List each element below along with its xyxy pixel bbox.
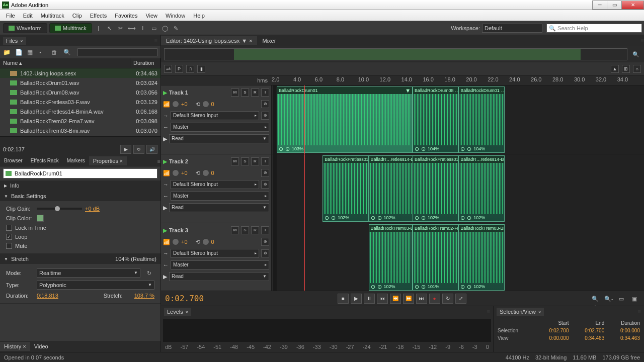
audio-clip[interactable]: BalladRockDrum01▼⊙⊙ 103% [277, 86, 413, 153]
menu-file[interactable]: File [2, 11, 19, 20]
input-mono-button[interactable]: ⊘ [261, 249, 269, 257]
volume-knob[interactable] [172, 169, 179, 176]
input-dropdown[interactable]: Default Stereo Input▸ [171, 249, 259, 258]
levels-tab[interactable]: Levels × [164, 308, 191, 316]
selection-start[interactable]: 0:02.700 [533, 328, 569, 333]
stop-button[interactable]: ■ [338, 294, 349, 304]
slip-tool-icon[interactable]: ⟷ [128, 24, 136, 32]
zoom-icon[interactable]: 🔍 [632, 50, 640, 58]
menu-edit[interactable]: Edit [19, 11, 37, 20]
stretch-pct-value[interactable]: 103.7 % [134, 293, 154, 299]
history-tab[interactable]: History × [0, 342, 30, 351]
time-ruler[interactable]: hms 2.04.06.08.010.012.014.016.018.020.0… [161, 75, 644, 85]
move-tool-icon[interactable]: ↖ [106, 24, 114, 32]
track-play-icon[interactable]: ▶ [163, 227, 167, 234]
menu-favorites[interactable]: Favorites [111, 11, 141, 20]
volume-value[interactable]: +0 [181, 239, 188, 245]
timeline-overview[interactable] [164, 48, 627, 60]
effects-rack-tab[interactable]: Effects Rack [27, 156, 63, 165]
track-name[interactable]: Track 3 [169, 227, 229, 233]
zoom-in-icon[interactable]: 🔍+ [591, 295, 599, 303]
audio-clip[interactable]: BalladRockTrem03-Bmi▼⊙⊙ 102% [369, 224, 413, 291]
pan-knob[interactable] [202, 238, 209, 245]
arm-button[interactable]: R [251, 157, 259, 165]
pan-value[interactable]: 0 [211, 170, 214, 176]
automation-dropdown[interactable]: Read▼ [169, 272, 269, 281]
track-play-icon[interactable]: ▶ [163, 158, 167, 165]
stretch-section-header[interactable]: ▼Stretch104% (Realtime) [0, 254, 160, 264]
panel-menu-icon[interactable]: ≡ [638, 309, 641, 315]
selview-tab[interactable]: Selection/View × [497, 308, 544, 316]
clip-name-field[interactable]: BalladRockDrum01 [3, 168, 157, 178]
lock-checkbox[interactable] [6, 225, 12, 231]
panel-menu-icon[interactable]: ≡ [157, 158, 160, 164]
duration-column[interactable]: Duration [130, 58, 160, 68]
magnet-button[interactable]: ∩ [633, 65, 641, 73]
file-row[interactable]: BalladRockTrem02-Fma7.wav0:03.098 [0, 116, 160, 126]
volume-knob[interactable] [172, 238, 179, 245]
razor-tool-icon[interactable]: ✂ [117, 24, 125, 32]
panel-menu-icon[interactable]: ≡ [641, 38, 644, 44]
input-mono-button[interactable]: ⊘ [261, 112, 269, 120]
preview-autoplay-button[interactable]: 🔊 [146, 145, 157, 154]
pan-knob[interactable] [202, 169, 209, 176]
playhead[interactable] [304, 85, 305, 154]
mute-button[interactable]: M [231, 226, 239, 234]
menu-help[interactable]: Help [189, 11, 209, 20]
audio-clip[interactable]: BalladRockDrum01 …me▼⊙⊙ 104% [458, 86, 504, 153]
menu-multitrack[interactable]: Multitrack [37, 11, 68, 20]
stretch-duration-value[interactable]: 0:18.813 [37, 293, 58, 299]
volume-value[interactable]: +0 [181, 101, 188, 107]
automation-dropdown[interactable]: Read▼ [169, 203, 269, 212]
volume-value[interactable]: +0 [181, 170, 188, 176]
editor-tab[interactable]: Editor: 1402-Using loops.sesx ▼ × [161, 36, 257, 45]
fx-button[interactable]: ⮂ [164, 65, 172, 73]
automation-arrow-icon[interactable]: ▶ [163, 205, 167, 211]
file-row[interactable]: BalladRockDrum01.wav0:03.024 [0, 78, 160, 87]
mute-checkbox[interactable] [6, 243, 12, 249]
files-scrollbar[interactable] [0, 136, 160, 143]
type-dropdown[interactable]: Polyphonic▼ [37, 281, 154, 290]
preview-loop-button[interactable]: ↻ [133, 145, 144, 154]
arm-button[interactable]: R [251, 226, 259, 234]
reset-icon[interactable]: ↻ [145, 269, 153, 277]
solo-button[interactable]: S [241, 226, 249, 234]
meter-button[interactable]: ▮ [197, 65, 205, 73]
track-name[interactable]: Track 1 [169, 89, 229, 96]
file-row[interactable]: BalladRockTrem03-Bmi.wav0:03.070 [0, 126, 160, 135]
pause-button[interactable]: ⏸ [364, 294, 375, 304]
skip-back-button[interactable]: ⏪ [390, 294, 401, 304]
track-lane[interactable]: BalladRockTrem03-Bmi▼⊙⊙ 102%BalladRockTr… [277, 223, 644, 291]
files-tab[interactable]: Files × [3, 37, 26, 45]
close-file-icon[interactable]: ▪ [39, 49, 47, 56]
waveform-mode-button[interactable]: Waveform [3, 23, 47, 33]
audio-clip[interactable]: BalladR…retless14-BminA▼⊙⊙ 102% [369, 155, 415, 222]
clip-gain-value[interactable]: +0 dB [85, 206, 100, 212]
output-dropdown[interactable]: Master▸ [171, 260, 269, 269]
minimize-button[interactable]: ─ [592, 1, 607, 10]
mute-button[interactable]: M [231, 88, 239, 97]
open-file-icon[interactable]: 📁 [3, 49, 11, 56]
selection-duration[interactable]: 0:00.000 [604, 328, 640, 333]
audio-clip[interactable]: BalladRockTrem02-Fma7▼⊙⊙ 101% [413, 224, 458, 291]
rewind-button[interactable]: ⏮ [377, 294, 388, 304]
markers-tab[interactable]: Markers [63, 156, 89, 165]
skip-fwd-button[interactable]: ⏩ [403, 294, 414, 304]
lasso-tool-icon[interactable]: ◯ [161, 24, 169, 32]
workspace-dropdown[interactable]: Default [482, 24, 542, 33]
panel-menu-icon[interactable]: ≡ [154, 38, 157, 44]
mode-dropdown[interactable]: Realtime▼ [37, 268, 140, 278]
audio-clip[interactable]: BalladRockDrum08 …me▼⊙⊙ 104% [413, 86, 458, 153]
playhead[interactable] [304, 223, 305, 291]
eq-button[interactable]: ⎍ [186, 65, 194, 73]
delete-icon[interactable]: 🗑 [51, 49, 59, 56]
pan-value[interactable]: 0 [211, 239, 214, 245]
new-file-icon[interactable]: ▦ [27, 49, 35, 56]
maximize-button[interactable]: ▭ [607, 1, 622, 10]
solo-button[interactable]: S [241, 88, 249, 97]
track-name[interactable]: Track 2 [169, 158, 229, 164]
close-button[interactable]: ✕ [621, 1, 644, 10]
fx-bypass-button[interactable]: ⊘ [261, 169, 269, 177]
input-dropdown[interactable]: Default Stereo Input▸ [171, 180, 259, 189]
input-mono-button[interactable]: ⊘ [261, 180, 269, 189]
